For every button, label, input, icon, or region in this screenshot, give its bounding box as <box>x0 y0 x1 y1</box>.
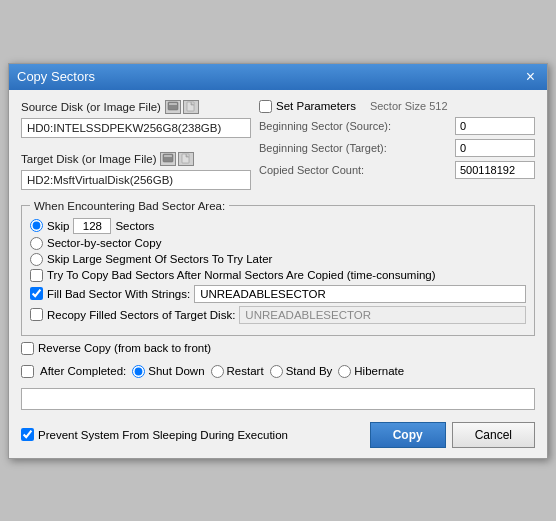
standby-label[interactable]: Stand By <box>270 365 333 378</box>
recopy-row: Recopy Filled Sectors of Target Disk: <box>30 306 526 324</box>
cancel-button[interactable]: Cancel <box>452 422 535 448</box>
copy-button[interactable]: Copy <box>370 422 446 448</box>
source-disk-label-row: Source Disk (or Image File) <box>21 100 251 114</box>
prevent-sleeping-checkbox[interactable] <box>21 428 34 441</box>
prevent-sleeping-label: Prevent System From Sleeping During Exec… <box>38 429 288 441</box>
set-params-row: Set Parameters Sector Size 512 <box>259 100 535 113</box>
fill-bad-checkbox[interactable] <box>30 287 43 300</box>
svg-rect-5 <box>182 154 189 163</box>
reverse-copy-label: Reverse Copy (from back to front) <box>38 342 211 354</box>
skip-radio-row: Skip Sectors <box>30 218 526 234</box>
left-column: Source Disk (or Image File) <box>21 100 251 190</box>
progress-bar <box>21 388 535 410</box>
try-copy-bad-row: Try To Copy Bad Sectors After Normal Sec… <box>30 269 526 282</box>
beginning-target-row: Beginning Sector (Target): <box>259 139 535 157</box>
skip-large-row: Skip Large Segment Of Sectors To Try Lat… <box>30 253 526 266</box>
target-disk-label-row: Target Disk (or Image File) <box>21 152 251 166</box>
restart-radio[interactable] <box>211 365 224 378</box>
sector-size-label: Sector Size 512 <box>370 100 448 112</box>
source-disk-label: Source Disk (or Image File) <box>21 101 161 113</box>
restart-label[interactable]: Restart <box>211 365 264 378</box>
try-copy-bad-checkbox[interactable] <box>30 269 43 282</box>
restart-text: Restart <box>227 365 264 377</box>
top-section: Source Disk (or Image File) <box>21 100 535 190</box>
fill-bad-input[interactable] <box>194 285 526 303</box>
hdd-icon <box>167 101 179 112</box>
fill-bad-label: Fill Bad Sector With Strings: <box>47 288 190 300</box>
hibernate-radio[interactable] <box>338 365 351 378</box>
skip-radio[interactable] <box>30 219 43 232</box>
shutdown-text: Shut Down <box>148 365 204 377</box>
source-disk-icon2[interactable] <box>183 100 199 114</box>
skip-value-input[interactable] <box>73 218 111 234</box>
dialog-title: Copy Sectors <box>17 69 95 84</box>
file-icon <box>185 101 197 112</box>
fill-bad-row: Fill Bad Sector With Strings: <box>30 285 526 303</box>
target-disk-icon1[interactable] <box>160 152 176 166</box>
try-copy-bad-label: Try To Copy Bad Sectors After Normal Sec… <box>47 269 436 281</box>
beginning-source-label: Beginning Sector (Source): <box>259 120 391 132</box>
set-params-checkbox[interactable] <box>259 100 272 113</box>
after-completed-row: After Completed: Shut Down Restart Stand… <box>21 365 535 378</box>
sector-by-sector-label: Sector-by-sector Copy <box>47 237 161 249</box>
sector-by-sector-row: Sector-by-sector Copy <box>30 237 526 250</box>
target-disk-icon2[interactable] <box>178 152 194 166</box>
action-buttons: Copy Cancel <box>370 422 535 448</box>
reverse-copy-checkbox[interactable] <box>21 342 34 355</box>
hibernate-label[interactable]: Hibernate <box>338 365 404 378</box>
standby-text: Stand By <box>286 365 333 377</box>
bottom-row: Prevent System From Sleeping During Exec… <box>21 422 535 448</box>
bad-sector-group: When Encountering Bad Sector Area: Skip … <box>21 200 535 336</box>
svg-rect-2 <box>187 102 194 111</box>
after-completed-checkbox[interactable] <box>21 365 34 378</box>
bad-sector-legend: When Encountering Bad Sector Area: <box>30 200 229 212</box>
source-disk-icon1[interactable] <box>165 100 181 114</box>
title-bar: Copy Sectors × <box>9 64 547 90</box>
recopy-label: Recopy Filled Sectors of Target Disk: <box>47 309 235 321</box>
standby-radio[interactable] <box>270 365 283 378</box>
hibernate-text: Hibernate <box>354 365 404 377</box>
file-icon <box>180 153 192 164</box>
recopy-input <box>239 306 526 324</box>
copied-count-label: Copied Sector Count: <box>259 164 364 176</box>
sectors-suffix: Sectors <box>115 220 154 232</box>
target-disk-label: Target Disk (or Image File) <box>21 153 156 165</box>
after-completed-label: After Completed: <box>40 365 126 377</box>
source-disk-icons <box>165 100 199 114</box>
source-disk-input[interactable] <box>21 118 251 138</box>
recopy-checkbox[interactable] <box>30 308 43 321</box>
shutdown-radio[interactable] <box>132 365 145 378</box>
beginning-target-label: Beginning Sector (Target): <box>259 142 387 154</box>
set-params-label: Set Parameters <box>276 100 356 112</box>
svg-rect-1 <box>169 103 177 105</box>
target-disk-icons <box>160 152 194 166</box>
beginning-source-input[interactable] <box>455 117 535 135</box>
beginning-source-row: Beginning Sector (Source): <box>259 117 535 135</box>
shutdown-label[interactable]: Shut Down <box>132 365 204 378</box>
close-button[interactable]: × <box>522 69 539 85</box>
set-params-checkbox-label[interactable]: Set Parameters <box>259 100 356 113</box>
hdd-icon <box>162 153 174 164</box>
reverse-copy-row: Reverse Copy (from back to front) <box>21 342 535 355</box>
skip-large-label: Skip Large Segment Of Sectors To Try Lat… <box>47 253 272 265</box>
skip-label: Skip <box>47 220 69 232</box>
skip-large-radio[interactable] <box>30 253 43 266</box>
copied-count-input[interactable] <box>455 161 535 179</box>
sector-by-sector-radio[interactable] <box>30 237 43 250</box>
target-disk-input[interactable] <box>21 170 251 190</box>
copied-count-row: Copied Sector Count: <box>259 161 535 179</box>
dialog-body: Source Disk (or Image File) <box>9 90 547 458</box>
beginning-target-input[interactable] <box>455 139 535 157</box>
right-column: Set Parameters Sector Size 512 Beginning… <box>259 100 535 190</box>
prevent-sleeping-row: Prevent System From Sleeping During Exec… <box>21 428 288 441</box>
dialog-window: Copy Sectors × Source Disk (or Image Fil… <box>8 63 548 459</box>
svg-rect-4 <box>164 155 172 157</box>
